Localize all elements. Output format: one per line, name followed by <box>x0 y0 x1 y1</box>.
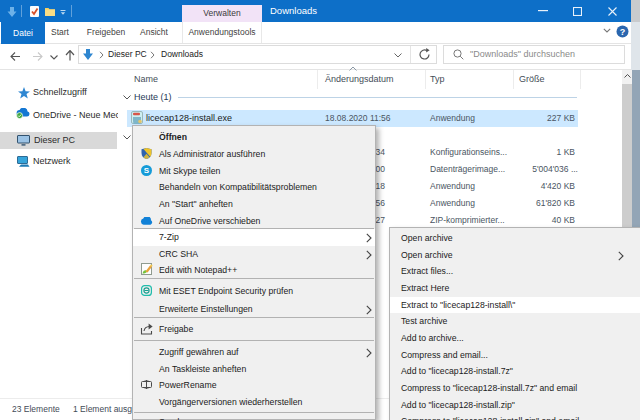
svg-text:?: ? <box>620 27 626 37</box>
svg-text:S: S <box>144 166 150 175</box>
